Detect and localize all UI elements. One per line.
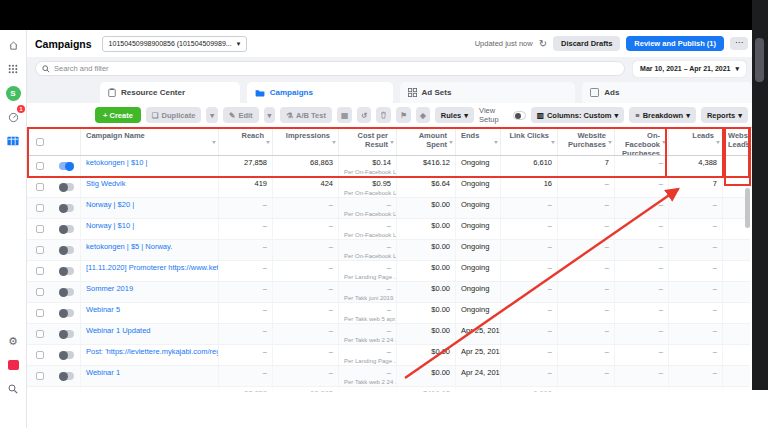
announcement-icon[interactable] [4, 356, 22, 374]
select-all-checkbox[interactable] [27, 128, 52, 155]
review-publish-button[interactable]: Review and Publish (1) [626, 36, 724, 51]
reports-button[interactable]: Reports ▾ [701, 107, 748, 123]
ab-test-button[interactable]: ⚗ A/B Test [280, 107, 332, 123]
table-row[interactable]: Webinar 5–––Per Takk web 5 apr...$0.00On… [27, 303, 750, 324]
row-checkbox[interactable] [27, 240, 52, 260]
campaign-name-link[interactable]: Norway | $20 | [86, 200, 134, 209]
campaign-name-link[interactable]: Norway | $10 | [86, 221, 134, 230]
column-header-wl[interactable]: Website Leads [722, 128, 750, 155]
campaign-name-link[interactable]: ketokongen | $5 | Norway. [86, 242, 172, 251]
home-icon[interactable] [4, 36, 22, 54]
settings-gear-icon[interactable]: ⚙ [4, 332, 22, 350]
row-checkbox[interactable] [27, 177, 52, 197]
sort-caret-icon[interactable] [608, 141, 612, 144]
row-checkbox[interactable] [27, 366, 52, 386]
campaign-toggle[interactable] [52, 324, 80, 344]
column-header-impressions[interactable]: Impressions [272, 128, 338, 155]
sort-caret-icon[interactable] [390, 141, 394, 144]
table-row[interactable]: Norway | $20 |–––Per On-Facebook L...$0.… [27, 198, 750, 219]
view-setup-toggle[interactable] [513, 111, 526, 120]
account-selector[interactable]: 10150450998900856 (101504509989... ▾ [102, 36, 248, 52]
apps-grid-icon[interactable] [4, 60, 22, 78]
sort-caret-icon[interactable] [494, 141, 498, 144]
campaign-toggle[interactable] [52, 282, 80, 302]
campaign-toggle[interactable] [52, 156, 80, 176]
campaign-toggle[interactable] [52, 366, 80, 386]
campaign-name-link[interactable]: Webinar 5 [86, 305, 120, 314]
edit-button[interactable]: ✎ Edit [223, 107, 258, 123]
clipboard-button[interactable]: ▤ [337, 107, 352, 123]
row-checkbox[interactable] [27, 324, 52, 344]
campaign-toggle[interactable] [52, 219, 80, 239]
discard-drafts-button[interactable]: Discard Drafts [553, 36, 620, 51]
campaign-name-link[interactable]: Webinar 1 [86, 368, 120, 377]
duplicate-caret-button[interactable]: ▾ [206, 107, 218, 123]
undo-button[interactable]: ↺ [357, 107, 371, 123]
row-checkbox[interactable] [27, 198, 52, 218]
page-scrollbar-thumb[interactable] [755, 38, 764, 82]
row-checkbox[interactable] [27, 303, 52, 323]
table-row[interactable]: [11.11.2020] Promoterer https://www.keto… [27, 261, 750, 282]
breakdown-button[interactable]: ≡ Breakdown ▾ [629, 107, 696, 123]
column-header-cpr[interactable]: Cost per Result [338, 128, 396, 155]
duplicate-button[interactable]: ❏ Duplicate [146, 107, 202, 123]
table-scrollbar-thumb[interactable] [745, 188, 750, 228]
edit-caret-button[interactable]: ▾ [264, 107, 276, 123]
row-checkbox[interactable] [27, 282, 52, 302]
sort-caret-icon[interactable] [212, 141, 216, 144]
campaign-toggle[interactable] [52, 177, 80, 197]
table-row[interactable]: Norway | $10 |–––Per On-Facebook L...$0.… [27, 219, 750, 240]
date-range-picker[interactable]: Mar 10, 2021 – Apr 21, 2021 ▾ [633, 61, 746, 77]
column-header-reach[interactable]: Reach [218, 128, 272, 155]
campaign-name-link[interactable]: [11.11.2020] Promoterer https://www.keto… [86, 263, 218, 272]
tab-campaigns[interactable]: Campaigns [247, 82, 393, 103]
sort-caret-icon[interactable] [716, 141, 720, 144]
column-header-clicks[interactable]: Link Clicks [500, 128, 557, 155]
tab-ad-sets[interactable]: Ad Sets [400, 82, 576, 103]
columns-button[interactable]: ▥ Columns: Custom ▾ [531, 107, 624, 123]
table-row[interactable]: Sommer 2019–––Per Takk juni 2019$0.00Ong… [27, 282, 750, 303]
row-checkbox[interactable] [27, 345, 52, 365]
campaign-name-link[interactable]: Stig Wedvik [86, 179, 125, 188]
search-box[interactable] [35, 61, 625, 76]
tab-ads[interactable]: Ads [582, 82, 752, 103]
campaign-name-link[interactable]: Sommer 2019 [86, 284, 133, 293]
row-checkbox[interactable] [27, 156, 52, 176]
account-avatar[interactable]: S [4, 84, 22, 102]
search-input[interactable] [54, 64, 618, 73]
table-row[interactable]: ketokongen | $10 |27,85868,863$0.14Per O… [27, 156, 750, 177]
create-button[interactable]: + Create [95, 107, 141, 123]
page-scrollbar[interactable] [752, 0, 768, 390]
sort-caret-icon[interactable] [332, 141, 336, 144]
column-header-ofp[interactable]: On-Facebook Purchases [614, 128, 668, 155]
row-checkbox[interactable] [27, 261, 52, 281]
column-header-ends[interactable]: Ends [455, 128, 500, 155]
campaign-name-link[interactable]: Post: 'https://levlettere.mykajabi.com/r… [86, 347, 218, 356]
column-header-name[interactable]: Campaign Name [80, 128, 218, 155]
delete-button[interactable] [376, 107, 391, 123]
campaign-toggle[interactable] [52, 261, 80, 281]
campaign-name-link[interactable]: Webinar 1 Updated [86, 326, 151, 335]
tag-button[interactable]: ◈ [416, 107, 430, 123]
campaign-toggle[interactable] [52, 240, 80, 260]
rules-button[interactable]: Rules ▾ [435, 107, 474, 123]
column-header-wp[interactable]: Website Purchases [557, 128, 614, 155]
refresh-icon[interactable]: ↻ [539, 38, 547, 49]
table-row[interactable]: Stig Wedvik419424$0.95Per On-Facebook L.… [27, 177, 750, 198]
search-nav-icon[interactable] [4, 380, 22, 398]
sort-caret-icon[interactable] [551, 141, 555, 144]
campaign-toggle[interactable] [52, 303, 80, 323]
sort-caret-icon[interactable] [449, 141, 453, 144]
table-row[interactable]: Webinar 1 Updated–––Per Takk web 2 24 ..… [27, 324, 750, 345]
ad-account-icon[interactable]: 1 [4, 108, 22, 126]
table-row[interactable]: Post: 'https://levlettere.mykajabi.com/r… [27, 345, 750, 366]
campaign-toggle[interactable] [52, 198, 80, 218]
campaign-name-link[interactable]: ketokongen | $10 | [86, 158, 147, 167]
table-row[interactable]: Webinar 1–––Per Takk web 2 24 ...$0.00Ap… [27, 366, 750, 387]
sort-caret-icon[interactable] [662, 141, 666, 144]
column-header-leads[interactable]: Leads [668, 128, 722, 155]
sort-caret-icon[interactable] [266, 141, 270, 144]
sort-caret-icon[interactable] [744, 141, 748, 144]
campaigns-table-icon[interactable] [4, 132, 22, 150]
flag-button[interactable]: ⚑ [396, 107, 411, 123]
